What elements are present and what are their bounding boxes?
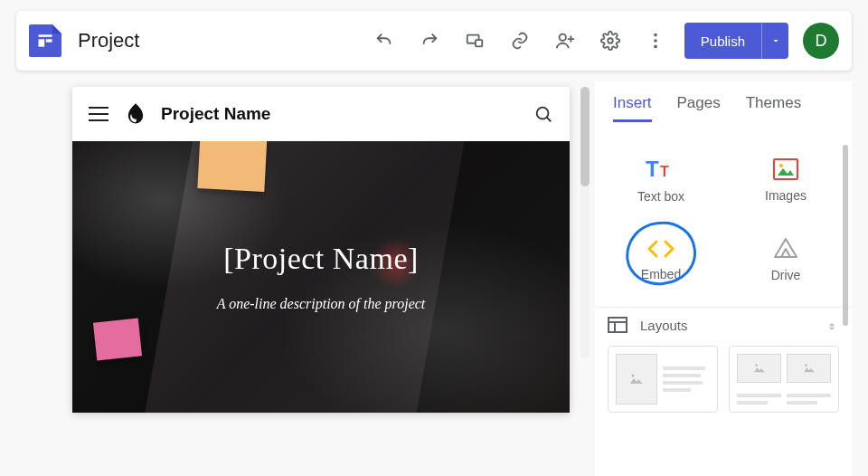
hero-title[interactable]: [Project Name] bbox=[223, 242, 419, 276]
panel-tabs: Insert Pages Themes bbox=[595, 87, 852, 131]
layouts-label: Layouts bbox=[640, 318, 688, 333]
svg-rect-1 bbox=[39, 39, 45, 46]
redo-icon[interactable] bbox=[419, 30, 440, 52]
preview-icon[interactable] bbox=[464, 30, 486, 52]
hero-subtitle[interactable]: A one-line description of the project bbox=[217, 296, 426, 312]
sticky-note-decor bbox=[93, 319, 142, 361]
insert-images-label: Images bbox=[765, 188, 807, 203]
svg-rect-4 bbox=[476, 40, 482, 46]
layouts-icon bbox=[608, 317, 627, 333]
app-icon[interactable] bbox=[29, 24, 61, 57]
insert-drive[interactable]: Drive bbox=[723, 220, 848, 300]
canvas-area[interactable]: Project Name [Project Name] A one-line d… bbox=[16, 81, 595, 476]
svg-point-17 bbox=[755, 364, 758, 367]
link-icon[interactable] bbox=[509, 30, 531, 52]
workspace: Project Name [Project Name] A one-line d… bbox=[16, 81, 852, 476]
svg-rect-2 bbox=[46, 39, 52, 42]
publish-dropdown-icon[interactable] bbox=[761, 23, 788, 59]
undo-icon[interactable] bbox=[373, 30, 395, 52]
publish-button[interactable]: Publish bbox=[684, 23, 788, 59]
menu-icon[interactable] bbox=[89, 103, 110, 125]
svg-point-16 bbox=[632, 375, 635, 377]
svg-point-10 bbox=[537, 108, 549, 119]
svg-point-9 bbox=[654, 45, 657, 49]
insert-embed-label: Embed bbox=[641, 267, 681, 281]
more-icon[interactable] bbox=[645, 30, 666, 52]
embed-icon bbox=[646, 238, 676, 260]
settings-icon[interactable] bbox=[599, 30, 621, 52]
insert-images[interactable]: Images bbox=[723, 140, 848, 220]
svg-point-14 bbox=[779, 164, 783, 167]
sticky-note-decor bbox=[197, 141, 267, 192]
layouts-section-header[interactable]: Layouts bbox=[595, 307, 852, 342]
textbox-icon: T T bbox=[646, 157, 676, 182]
tab-insert[interactable]: Insert bbox=[613, 87, 652, 122]
svg-rect-13 bbox=[774, 159, 797, 179]
insert-textbox[interactable]: T T Text box bbox=[599, 140, 723, 220]
site-logo-icon bbox=[123, 101, 148, 127]
scrollbar-thumb[interactable] bbox=[580, 87, 590, 186]
svg-point-8 bbox=[654, 39, 657, 43]
site-header: Project Name bbox=[72, 87, 570, 141]
account-avatar[interactable]: D bbox=[803, 23, 839, 59]
tab-themes[interactable]: Themes bbox=[746, 87, 801, 122]
insert-drive-label: Drive bbox=[771, 268, 801, 282]
share-icon[interactable] bbox=[554, 30, 576, 52]
insert-grid: T T Text box Images Embed bbox=[595, 131, 852, 307]
publish-label: Publish bbox=[684, 33, 761, 49]
drive-icon bbox=[772, 237, 799, 261]
hero-section[interactable]: [Project Name] A one-line description of… bbox=[72, 141, 570, 413]
canvas-scrollbar[interactable] bbox=[580, 87, 590, 358]
images-icon bbox=[772, 157, 799, 181]
svg-point-18 bbox=[805, 364, 807, 367]
toolbar-actions bbox=[373, 30, 666, 52]
svg-point-5 bbox=[559, 34, 565, 41]
side-panel: Insert Pages Themes T T Text box Images bbox=[595, 81, 852, 476]
svg-rect-0 bbox=[39, 34, 52, 37]
svg-rect-15 bbox=[609, 318, 627, 332]
insert-embed[interactable]: Embed bbox=[599, 220, 723, 300]
site-name[interactable]: Project Name bbox=[161, 104, 270, 124]
layout-option-2[interactable] bbox=[729, 346, 839, 413]
layout-option-1[interactable] bbox=[608, 346, 718, 413]
svg-text:T: T bbox=[646, 157, 659, 181]
tab-pages[interactable]: Pages bbox=[677, 87, 721, 122]
document-title[interactable]: Project bbox=[78, 29, 139, 52]
search-icon[interactable] bbox=[533, 104, 553, 124]
svg-point-7 bbox=[654, 33, 657, 37]
svg-text:T: T bbox=[660, 164, 669, 179]
collapse-icon[interactable] bbox=[825, 318, 839, 332]
layout-thumbnails bbox=[595, 342, 852, 425]
svg-point-6 bbox=[608, 38, 613, 43]
top-toolbar: Project Publish D bbox=[16, 11, 852, 71]
page-preview[interactable]: Project Name [Project Name] A one-line d… bbox=[72, 87, 570, 413]
insert-textbox-label: Text box bbox=[637, 189, 684, 204]
